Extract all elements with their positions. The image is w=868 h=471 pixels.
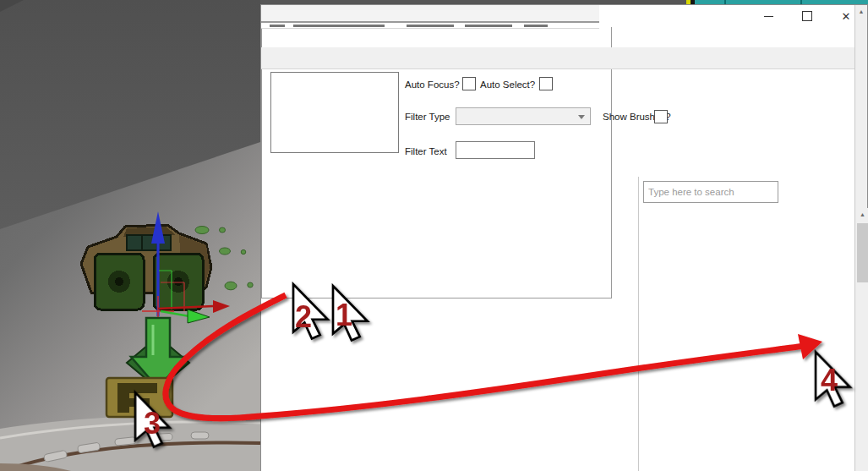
auto-select-checkbox[interactable] (539, 77, 553, 90)
auto-focus-checkbox[interactable] (462, 77, 476, 90)
properties-scrollbar[interactable]: ▲ (856, 208, 868, 471)
scroll-up-arrow[interactable]: ▲ (856, 208, 868, 222)
road (0, 415, 260, 471)
auto-select-label: Auto Select? (480, 79, 535, 90)
table-row-partial[interactable] (261, 23, 599, 29)
tab-bar (261, 47, 867, 69)
actor-table-header (261, 5, 599, 23)
auto-focus-label: Auto Focus? (405, 79, 460, 90)
screenshot-stage: U Scene ✕ Auto Focus? Auto Select? Filte… (0, 0, 868, 471)
chevron-down-icon (578, 115, 585, 119)
filter-type-label: Filter Type (405, 112, 450, 122)
properties-scrollbar-thumb[interactable] (857, 223, 868, 282)
filter-text-label: Filter Text (405, 146, 447, 156)
show-brushes-checkbox[interactable] (654, 110, 668, 123)
fx-actor-f-icon[interactable] (106, 378, 172, 417)
3d-viewport[interactable] (0, 0, 260, 471)
maximize-button[interactable] (788, 5, 827, 27)
minimize-button[interactable] (749, 5, 788, 27)
filter-text-input[interactable] (456, 141, 535, 159)
level-list[interactable] (270, 72, 399, 153)
filter-type-dropdown[interactable] (456, 107, 591, 125)
property-search-input[interactable] (643, 181, 778, 203)
close-icon: ✕ (842, 11, 851, 22)
minimize-icon (764, 16, 773, 17)
panel-splitter[interactable] (638, 177, 639, 471)
scene-window: U Scene ✕ Auto Focus? Auto Select? Filte… (260, 4, 868, 471)
maximize-icon (802, 11, 812, 21)
